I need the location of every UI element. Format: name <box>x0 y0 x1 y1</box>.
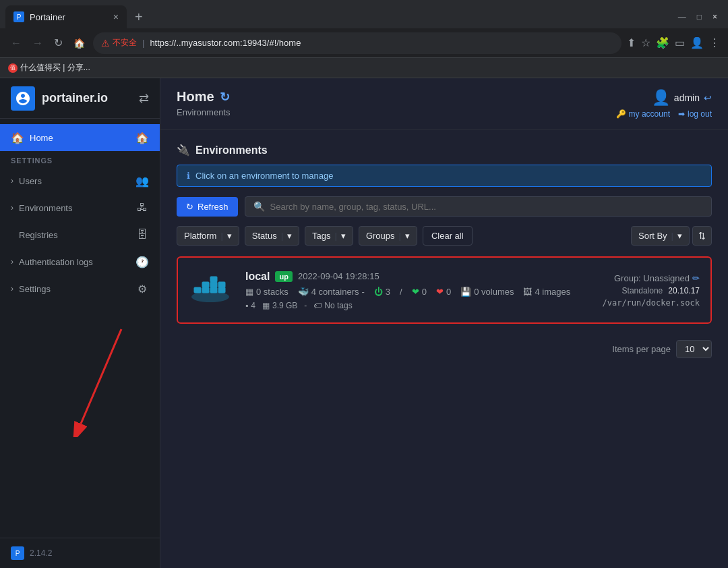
bookmark-label: 什么值得买 | 分享... <box>20 62 90 74</box>
refresh-button[interactable]: ↻ Refresh <box>177 197 238 217</box>
env-footer-row: ▪ 4 ▦ 3.9 GB - 🏷 No tags <box>245 301 578 310</box>
search-box[interactable]: 🔍 <box>245 196 712 217</box>
bookmark-bar: 值 什么值得买 | 分享... <box>0 58 728 78</box>
tags-filter[interactable]: Tags | ▾ <box>305 226 353 246</box>
sidebar-item-settings[interactable]: › Settings ⚙ <box>0 275 160 302</box>
address-bar[interactable]: ⚠ 不安全 | https://..myasustor.com:19943/#!… <box>93 32 621 54</box>
filter-divider-line: | <box>220 231 222 241</box>
clear-all-button[interactable]: Clear all <box>423 226 473 246</box>
bookmark-star-icon[interactable]: ☆ <box>641 36 650 49</box>
tab-close-button[interactable]: × <box>113 12 119 22</box>
my-account-link[interactable]: 🔑 my account <box>616 109 670 119</box>
group-label-text: Group: Unassigned <box>614 273 690 283</box>
status-filter[interactable]: Status | ▾ <box>245 226 299 246</box>
sidebar-item-auth-logs[interactable]: › Authentication logs 🕐 <box>0 248 160 275</box>
home-nav-label: Home <box>30 133 130 143</box>
extensions-icon[interactable]: 🧩 <box>656 36 669 49</box>
close-window-button[interactable]: × <box>712 12 717 22</box>
registries-nav-label: Registries <box>19 230 130 240</box>
sidebar-toggle-icon[interactable]: ▭ <box>675 36 685 49</box>
environments-section-header: 🔌 Environments <box>177 144 712 157</box>
auth-logs-nav-icon: 🕐 <box>135 255 149 268</box>
containers-suffix: - <box>362 287 365 297</box>
address-bar-row: ← → ↻ 🏠 ⚠ 不安全 | https://..myasustor.com:… <box>0 28 728 58</box>
key-icon: 🔑 <box>616 109 626 119</box>
stacks-value: 0 stacks <box>256 287 289 297</box>
sort-chevron-icon: ▾ <box>677 231 682 241</box>
svg-rect-7 <box>218 287 225 293</box>
items-per-page-label: Items per page <box>612 344 671 354</box>
tab-title: Portainer <box>30 12 108 22</box>
maximize-button[interactable]: □ <box>697 12 702 22</box>
environments-nav-icon: 🖧 <box>135 201 149 215</box>
groups-filter[interactable]: Groups | ▾ <box>359 226 417 246</box>
refresh-icon: ↻ <box>186 202 193 212</box>
tab-favicon: P <box>13 11 24 22</box>
tab-bar: P Portainer × + — □ × <box>0 0 728 28</box>
stat-divider1: / <box>400 287 402 297</box>
share-icon[interactable]: ⬆ <box>627 36 636 49</box>
env-running-stat: ⏻ 3 <box>374 287 390 297</box>
sidebar-item-registries[interactable]: Registries 🗄 <box>0 221 160 248</box>
page-title-text: Home <box>177 89 214 105</box>
containers-icon: 🐳 <box>298 287 309 297</box>
log-out-label: log out <box>688 109 712 119</box>
sidebar-item-home[interactable]: 🏠 Home 🏠 <box>0 124 160 151</box>
sort-direction-button[interactable]: ⇅ <box>692 226 712 246</box>
back-button[interactable]: ← <box>8 34 24 52</box>
home-button[interactable]: 🏠 <box>71 35 88 51</box>
footer-dash: - <box>304 301 307 310</box>
info-icon: ℹ <box>187 171 190 181</box>
sidebar-item-environments[interactable]: › Environments 🖧 <box>0 194 160 221</box>
env-status-badge: up <box>275 271 292 282</box>
settings-chevron-icon: › <box>11 284 13 293</box>
toolbar: ↻ Refresh 🔍 <box>177 196 712 217</box>
minimize-button[interactable]: — <box>678 12 686 22</box>
users-nav-label: Users <box>19 176 130 186</box>
tags-divider-line: | <box>335 231 337 241</box>
forward-button[interactable]: → <box>30 34 46 52</box>
search-icon: 🔍 <box>253 201 265 212</box>
environment-card-local[interactable]: local up 2022-09-04 19:28:15 ▦ 0 stacks … <box>177 256 712 324</box>
env-name: local <box>245 271 270 283</box>
browser-chrome: P Portainer × + — □ × ← → ↻ 🏠 ⚠ 不安全 | ht… <box>0 0 728 78</box>
environment-info: local up 2022-09-04 19:28:15 ▦ 0 stacks … <box>245 271 578 310</box>
settings-nav-icon: ⚙ <box>135 282 149 295</box>
cpu-icon: ▪ <box>245 301 248 310</box>
env-tags-value: No tags <box>324 301 352 310</box>
per-page-select[interactable]: 10 25 50 <box>676 340 712 358</box>
environments-section-icon: 🔌 <box>177 144 190 157</box>
environments-nav-label: Environments <box>19 203 130 213</box>
svg-rect-3 <box>210 277 217 282</box>
sidebar-logo: portainer.io ⇄ <box>0 78 160 119</box>
profile-icon[interactable]: 👤 <box>690 36 704 49</box>
volumes-icon: 💾 <box>460 287 471 297</box>
search-input[interactable] <box>270 202 703 212</box>
tags-chevron-icon: ▾ <box>341 231 346 241</box>
registries-nav-icon: 🗄 <box>135 228 149 242</box>
footer-version: 2.14.2 <box>30 548 52 558</box>
sidebar-toggle-button[interactable]: ⇄ <box>139 91 149 106</box>
platform-filter[interactable]: Platform | ▾ <box>177 226 239 246</box>
environments-chevron-icon: › <box>11 203 13 212</box>
browser-tab-portainer[interactable]: P Portainer × <box>5 5 127 28</box>
reload-button[interactable]: ↻ <box>51 34 65 52</box>
clear-all-label: Clear all <box>431 231 464 241</box>
environment-right-panel: Group: Unassigned ✏ Standalone 20.10.17 … <box>592 273 700 308</box>
status-label: Status <box>252 231 277 241</box>
env-standalone-row: Standalone 20.10.17 <box>622 286 700 295</box>
sidebar-item-users[interactable]: › Users 👥 <box>0 167 160 194</box>
menu-icon[interactable]: ⋮ <box>709 36 720 49</box>
sort-by-button[interactable]: Sort By | ▾ <box>631 226 690 246</box>
group-edit-icon[interactable]: ✏ <box>692 273 700 283</box>
bookmark-zhidemai[interactable]: 值 什么值得买 | 分享... <box>8 62 90 74</box>
svg-point-8 <box>191 291 229 302</box>
app-container: portainer.io ⇄ 🏠 Home 🏠 SETTINGS › Users… <box>0 78 728 568</box>
new-tab-button[interactable]: + <box>129 7 148 28</box>
admin-icon: 👤 <box>652 89 670 107</box>
healthy-value: 0 <box>422 287 427 297</box>
svg-rect-1 <box>202 282 209 287</box>
log-out-link[interactable]: ➡ log out <box>678 109 712 119</box>
svg-rect-4 <box>210 282 217 287</box>
env-stacks-stat: ▦ 0 stacks <box>245 287 289 297</box>
